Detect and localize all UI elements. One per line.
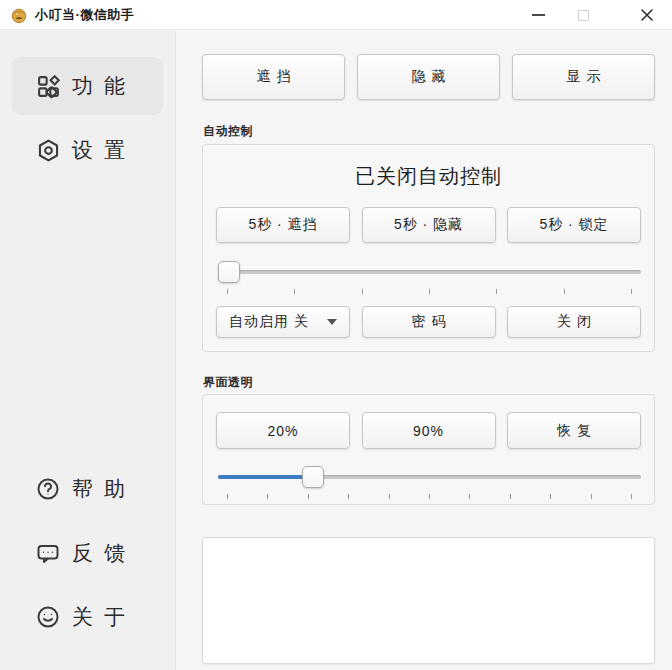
slider-thumb[interactable]	[302, 466, 324, 488]
auto-control-group: 已关闭自动控制 5秒 · 遮挡 5秒 · 隐藏 5秒 · 锁定	[202, 144, 655, 352]
sidebar-item-settings[interactable]: 设置	[12, 121, 163, 179]
slider-ticks	[227, 289, 632, 294]
timer-cover-label: 5秒 · 遮挡	[248, 216, 317, 234]
opacity-20-button[interactable]: 20%	[216, 412, 350, 449]
auto-control-bottom-row: 自动启用 关 密码 关闭	[216, 306, 641, 338]
opacity-90-label: 90%	[413, 423, 444, 439]
close-control-button[interactable]: 关闭	[507, 306, 641, 338]
cover-button[interactable]: 遮挡	[202, 54, 345, 100]
sidebar-item-about[interactable]: 关于	[12, 588, 163, 646]
close-control-button-label: 关闭	[557, 313, 597, 331]
title-bar: 小叮当·微信助手	[0, 0, 672, 30]
sidebar-item-label: 关于	[72, 603, 136, 631]
auto-enable-dropdown-value: 自动启用 关	[229, 313, 327, 331]
auto-control-label: 自动控制	[203, 123, 253, 140]
opacity-20-label: 20%	[267, 423, 298, 439]
timer-lock-button[interactable]: 5秒 · 锁定	[507, 207, 641, 243]
sidebar: 功能 设置	[0, 31, 176, 670]
main-content: 遮挡 隐藏 显示 自动控制 已关闭自动控制 5秒 · 遮挡 5秒 · 隐藏 5秒	[177, 31, 672, 670]
sidebar-item-label: 设置	[72, 136, 136, 164]
slider-ticks	[227, 494, 632, 499]
show-button-label: 显示	[567, 68, 607, 86]
sidebar-item-features[interactable]: 功能	[12, 57, 163, 115]
gear-icon	[36, 138, 61, 163]
top-button-row: 遮挡 隐藏 显示	[202, 54, 655, 100]
chevron-down-icon	[327, 319, 337, 325]
sidebar-item-label: 反馈	[72, 539, 136, 567]
bell-icon	[10, 6, 28, 24]
close-button[interactable]	[630, 0, 664, 30]
minimize-icon	[532, 14, 545, 16]
timer-hide-button[interactable]: 5秒 · 隐藏	[362, 207, 496, 243]
timer-button-row: 5秒 · 遮挡 5秒 · 隐藏 5秒 · 锁定	[216, 207, 641, 243]
maximize-button[interactable]	[566, 0, 600, 30]
opacity-restore-label: 恢复	[557, 422, 597, 440]
timer-hide-label: 5秒 · 隐藏	[394, 216, 463, 234]
transparency-label: 界面透明	[203, 374, 253, 391]
close-icon	[640, 8, 654, 22]
opacity-90-button[interactable]: 90%	[362, 412, 496, 449]
hide-button[interactable]: 隐藏	[357, 54, 500, 100]
maximize-icon	[578, 10, 589, 21]
show-button[interactable]: 显示	[512, 54, 655, 100]
opacity-restore-button[interactable]: 恢复	[507, 412, 641, 449]
sidebar-item-help[interactable]: 帮助	[12, 460, 163, 518]
timer-cover-button[interactable]: 5秒 · 遮挡	[216, 207, 350, 243]
slider-fill	[218, 475, 313, 479]
hide-button-label: 隐藏	[412, 68, 452, 86]
password-button-label: 密码	[412, 313, 452, 331]
slider-thumb[interactable]	[218, 261, 240, 283]
sidebar-item-label: 帮助	[72, 475, 136, 503]
slider-track	[218, 270, 641, 274]
log-textarea[interactable]	[202, 537, 655, 664]
window-title: 小叮当·微信助手	[35, 6, 134, 24]
auto-enable-dropdown[interactable]: 自动启用 关	[216, 306, 350, 338]
timer-lock-label: 5秒 · 锁定	[539, 216, 608, 234]
help-icon	[36, 477, 61, 502]
cover-button-label: 遮挡	[257, 68, 297, 86]
transparency-slider[interactable]	[218, 466, 641, 488]
grid-icon	[36, 74, 61, 99]
minimize-button[interactable]	[521, 0, 555, 30]
auto-control-status: 已关闭自动控制	[203, 163, 654, 190]
auto-control-slider[interactable]	[218, 261, 641, 283]
sidebar-item-label: 功能	[72, 72, 136, 100]
transparency-group: 20% 90% 恢复	[202, 394, 655, 505]
transparency-button-row: 20% 90% 恢复	[216, 412, 641, 449]
app-window: 小叮当·微信助手	[0, 0, 672, 670]
sidebar-item-feedback[interactable]: 反馈	[12, 524, 163, 582]
smiley-icon	[36, 605, 61, 630]
feedback-icon	[36, 541, 61, 566]
password-button[interactable]: 密码	[362, 306, 496, 338]
